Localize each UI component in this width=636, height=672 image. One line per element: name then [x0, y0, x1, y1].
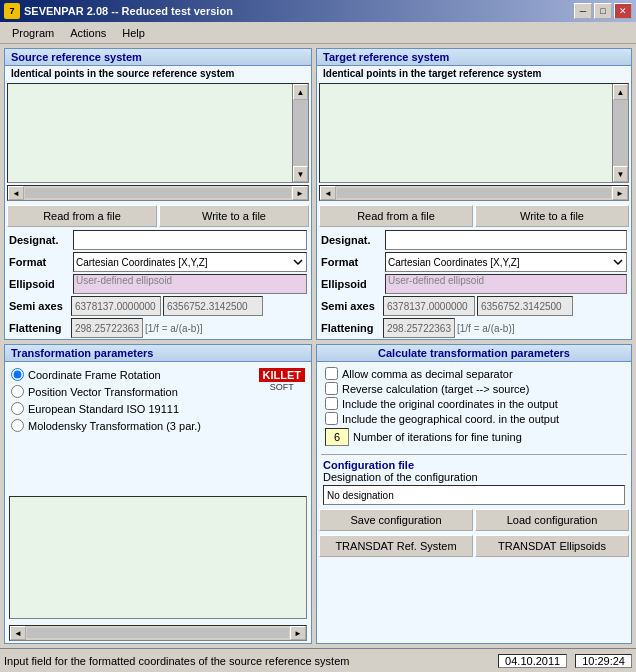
- main-content: Source reference system Identical points…: [0, 44, 636, 648]
- menu-program[interactable]: Program: [4, 25, 62, 41]
- source-btn-row: Read from a file Write to a file: [5, 203, 311, 229]
- source-panel-subheader: Identical points in the source reference…: [5, 66, 311, 81]
- source-hscroll-right[interactable]: ►: [292, 186, 308, 200]
- menu-actions[interactable]: Actions: [62, 25, 114, 41]
- load-config-btn[interactable]: Load configuration: [475, 509, 629, 531]
- calc-panel: Calculate transformation parameters Allo…: [316, 344, 632, 644]
- source-flat-input[interactable]: [71, 318, 143, 338]
- source-hscroll[interactable]: ◄ ►: [7, 185, 309, 201]
- source-panel: Source reference system Identical points…: [4, 48, 312, 340]
- transdat-ell-btn[interactable]: TRANSDAT Ellipsoids: [475, 535, 629, 557]
- transform-panel-header: Transformation parameters: [5, 345, 311, 362]
- source-read-btn[interactable]: Read from a file: [7, 205, 157, 227]
- iter-label: Number of iterations for fine tuning: [353, 431, 522, 443]
- source-format-select[interactable]: Cartesian Coordinates [X,Y,Z]: [73, 252, 307, 272]
- status-date: 04.10.2011: [498, 654, 567, 668]
- target-designat-input[interactable]: [385, 230, 627, 250]
- target-designat-label: Designat.: [321, 234, 381, 246]
- checkbox-row-1: Reverse calculation (target --> source): [319, 381, 629, 396]
- target-panel-header: Target reference system: [317, 49, 631, 66]
- source-designat-input[interactable]: [73, 230, 307, 250]
- title-bar-text: 7 SEVENPAR 2.08 -- Reduced test version: [4, 3, 233, 19]
- checkbox-label-3: Include the geographical coord. in the o…: [342, 413, 559, 425]
- radio-molodensky[interactable]: [11, 419, 24, 432]
- config-header: Configuration file: [323, 459, 625, 471]
- status-text: Input field for the formatted coordinate…: [4, 655, 349, 667]
- target-vscroll[interactable]: ▲ ▼: [612, 84, 628, 182]
- source-hscroll-left[interactable]: ◄: [8, 186, 24, 200]
- close-button[interactable]: ✕: [614, 3, 632, 19]
- iter-input[interactable]: [325, 428, 349, 446]
- checkbox-row-3: Include the geographical coord. in the o…: [319, 411, 629, 426]
- save-config-btn[interactable]: Save configuration: [319, 509, 473, 531]
- checkbox-label-2: Include the original coordinates in the …: [342, 398, 558, 410]
- source-semi-row: Semi axes: [5, 295, 311, 317]
- iter-row: Number of iterations for fine tuning: [319, 426, 629, 448]
- maximize-button[interactable]: □: [594, 3, 612, 19]
- source-flat-row: Flattening [1/f = a/(a-b)]: [5, 317, 311, 339]
- target-write-btn[interactable]: Write to a file: [475, 205, 629, 227]
- transform-hscroll-left[interactable]: ◄: [10, 626, 26, 640]
- checkbox-geo[interactable]: [325, 412, 338, 425]
- source-ellipsoid-display: User-defined ellipsoid: [73, 274, 307, 294]
- checkbox-label-0: Allow comma as decimal separator: [342, 368, 513, 380]
- transform-hscroll-right[interactable]: ►: [290, 626, 306, 640]
- source-write-btn[interactable]: Write to a file: [159, 205, 309, 227]
- target-scroll-track: [613, 100, 628, 166]
- checkbox-comma[interactable]: [325, 367, 338, 380]
- source-panel-header: Source reference system: [5, 49, 311, 66]
- target-semi-input2[interactable]: [477, 296, 573, 316]
- transform-hscroll-track: [27, 628, 289, 638]
- radio-european[interactable]: [11, 402, 24, 415]
- target-format-select[interactable]: Cartesian Coordinates [X,Y,Z]: [385, 252, 627, 272]
- target-read-btn[interactable]: Read from a file: [319, 205, 473, 227]
- transform-hscroll[interactable]: ◄ ►: [9, 625, 307, 641]
- source-textarea[interactable]: [8, 84, 292, 182]
- logo-area: KILLET SOFT: [259, 368, 306, 392]
- source-textarea-container: ▲ ▼: [7, 83, 309, 183]
- checkbox-reverse[interactable]: [325, 382, 338, 395]
- source-hscroll-track: [25, 188, 291, 198]
- radio-row-3: Molodensky Transformation (3 par.): [5, 417, 311, 434]
- source-scroll-down[interactable]: ▼: [293, 166, 308, 182]
- target-hscroll[interactable]: ◄ ►: [319, 185, 629, 201]
- config-section: Configuration file Designation of the co…: [317, 457, 631, 507]
- source-semi-input1[interactable]: [71, 296, 161, 316]
- source-designat-label: Designat.: [9, 234, 69, 246]
- radio-label-0: Coordinate Frame Rotation: [28, 369, 161, 381]
- menu-help[interactable]: Help: [114, 25, 153, 41]
- calc-panel-header: Calculate transformation parameters: [317, 345, 631, 362]
- target-designat-row: Designat.: [317, 229, 631, 251]
- target-ellipsoid-display: User-defined ellipsoid: [385, 274, 627, 294]
- target-textarea[interactable]: [320, 84, 612, 182]
- target-format-row: Format Cartesian Coordinates [X,Y,Z]: [317, 251, 631, 273]
- source-semi-input2[interactable]: [163, 296, 263, 316]
- radio-coord-frame[interactable]: [11, 368, 24, 381]
- source-ellipsoid-label: Ellipsoid: [9, 278, 69, 290]
- target-semi-input1[interactable]: [383, 296, 475, 316]
- source-vscroll[interactable]: ▲ ▼: [292, 84, 308, 182]
- minimize-button[interactable]: ─: [574, 3, 592, 19]
- source-ellipsoid-row: Ellipsoid User-defined ellipsoid: [5, 273, 311, 295]
- target-scroll-down[interactable]: ▼: [613, 166, 628, 182]
- config-input[interactable]: [323, 485, 625, 505]
- target-semi-row: Semi axes: [317, 295, 631, 317]
- target-flat-input[interactable]: [383, 318, 455, 338]
- target-ellipsoid-label: Ellipsoid: [321, 278, 381, 290]
- target-hscroll-left[interactable]: ◄: [320, 186, 336, 200]
- transdat-ref-btn[interactable]: TRANSDAT Ref. System: [319, 535, 473, 557]
- target-scroll-up[interactable]: ▲: [613, 84, 628, 100]
- source-scroll-up[interactable]: ▲: [293, 84, 308, 100]
- radio-label-1: Position Vector Transformation: [28, 386, 178, 398]
- status-bar: Input field for the formatted coordinate…: [0, 648, 636, 672]
- target-format-label: Format: [321, 256, 381, 268]
- target-textarea-container: ▲ ▼: [319, 83, 629, 183]
- target-flat-formula: [1/f = a/(a-b)]: [457, 323, 515, 334]
- app-title: SEVENPAR 2.08 -- Reduced test version: [24, 5, 233, 17]
- target-flat-row: Flattening [1/f = a/(a-b)]: [317, 317, 631, 339]
- radio-pos-vector[interactable]: [11, 385, 24, 398]
- checkbox-original[interactable]: [325, 397, 338, 410]
- divider: [321, 454, 627, 455]
- target-hscroll-right[interactable]: ►: [612, 186, 628, 200]
- checkbox-label-1: Reverse calculation (target --> source): [342, 383, 529, 395]
